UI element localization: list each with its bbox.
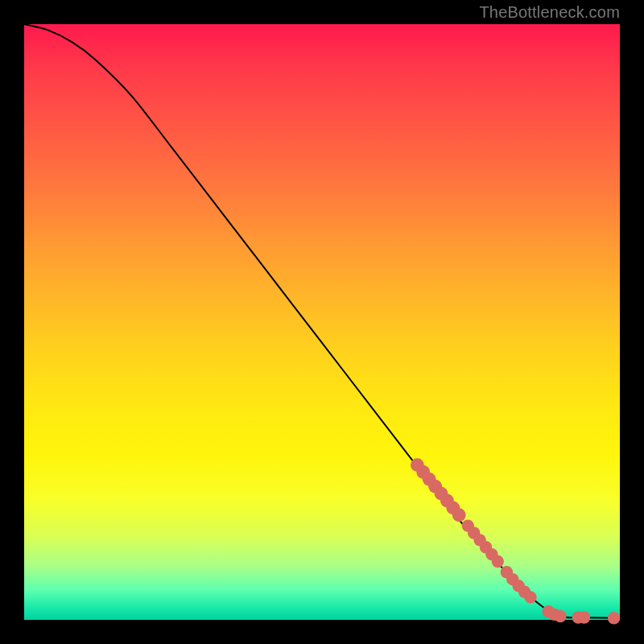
data-marker <box>554 610 566 622</box>
data-marker <box>492 555 504 568</box>
data-marker <box>578 611 590 623</box>
bottleneck-curve <box>24 24 620 618</box>
chart-frame: TheBottleneck.com <box>0 0 644 644</box>
watermark-text: TheBottleneck.com <box>479 3 620 22</box>
data-marker <box>452 508 466 522</box>
data-marker <box>608 612 620 624</box>
data-marker <box>524 591 536 603</box>
marker-layer <box>411 458 620 624</box>
chart-svg <box>24 24 620 620</box>
plot-area <box>24 24 620 620</box>
